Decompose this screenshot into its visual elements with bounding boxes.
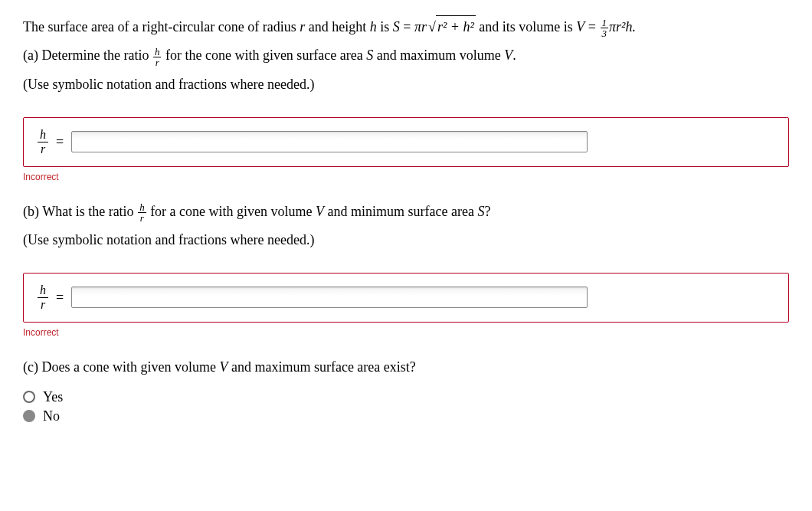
feedback-a: Incorrect [23, 172, 789, 182]
pi-r: πr [414, 19, 427, 34]
sqrt-icon: r² + h² [427, 15, 476, 38]
part-b-rest: for a cone with given volume [147, 204, 316, 219]
part-a-rest: for the cone with given surface area [162, 47, 366, 63]
answer-b-input[interactable] [71, 287, 588, 308]
radio-no[interactable] [23, 410, 35, 422]
part-c-text2: and maximum surface area exist? [228, 359, 415, 375]
intro-mid1: and height [305, 19, 369, 34]
part-a-V: V [504, 47, 512, 63]
part-c-V: V [219, 359, 228, 375]
frac-num: 1 [601, 18, 609, 28]
var-V: V [576, 19, 584, 34]
intro-mid3: and its volume is [476, 19, 577, 34]
radio-row-no: No [23, 408, 789, 424]
radio-no-label: No [43, 408, 60, 424]
answer-b-h: h [38, 284, 48, 298]
feedback-b: Incorrect [23, 327, 789, 338]
part-a-S: S [366, 47, 373, 63]
var-S: S [393, 19, 400, 34]
part-a-label: (a) Determine the ratio [23, 47, 152, 63]
part-a-rest2: and maximum volume [373, 47, 504, 63]
intro-text: The surface area of a right-circular con… [23, 15, 789, 38]
radio-yes-label: Yes [43, 389, 63, 405]
sqrt-body: r² + h² [436, 15, 476, 38]
part-a-text: (a) Determine the ratio hr for the cone … [23, 44, 789, 67]
part-b-text: (b) What is the ratio hr for a cone with… [23, 201, 789, 223]
answer-b-r: r [38, 298, 47, 311]
part-a-period: . [512, 47, 516, 63]
answer-b-frac: h r [38, 284, 48, 311]
radio-group-c: Yes No [23, 389, 789, 424]
frac-r: r [154, 57, 161, 67]
hint-b: (Use symbolic notation and fractions whe… [23, 229, 789, 251]
frac-r-b: r [139, 213, 146, 223]
eq1: = [400, 19, 414, 34]
frac-den: 3 [601, 28, 609, 38]
radio-row-yes: Yes [23, 389, 789, 405]
hint-a: (Use symbolic notation and fractions whe… [23, 74, 789, 96]
part-b-label: (b) What is the ratio [23, 204, 137, 219]
frac-h-b: h [138, 202, 146, 213]
var-h: h [370, 19, 377, 34]
part-b-rest2: and minimum surface area [324, 204, 477, 219]
part-b-q: ? [485, 204, 491, 219]
answer-a-h: h [38, 129, 48, 142]
radio-yes[interactable] [23, 391, 35, 403]
intro-mid2: is [377, 19, 393, 34]
eq2: = [584, 19, 599, 34]
answer-box-a: h r = [23, 117, 789, 167]
answer-a-r: r [38, 142, 47, 156]
frac-h-over-r-b: hr [138, 202, 146, 223]
answer-a-frac: h r [38, 129, 48, 156]
answer-box-b: h r = [23, 273, 789, 323]
frac-h: h [153, 47, 162, 57]
part-c-text: (c) Does a cone with given volume V and … [23, 356, 789, 378]
frac-h-over-r: hr [153, 47, 162, 67]
answer-a-input[interactable] [71, 131, 588, 152]
part-b-S: S [478, 204, 485, 219]
intro-prefix: The surface area of a right-circular con… [23, 19, 300, 34]
frac-one-third: 13 [601, 18, 609, 38]
answer-b-eq: = [56, 290, 64, 306]
pir2h: πr²h. [609, 19, 636, 34]
answer-a-eq: = [56, 134, 64, 150]
part-c-text1: (c) Does a cone with given volume [23, 359, 219, 375]
part-b-V: V [316, 204, 324, 219]
